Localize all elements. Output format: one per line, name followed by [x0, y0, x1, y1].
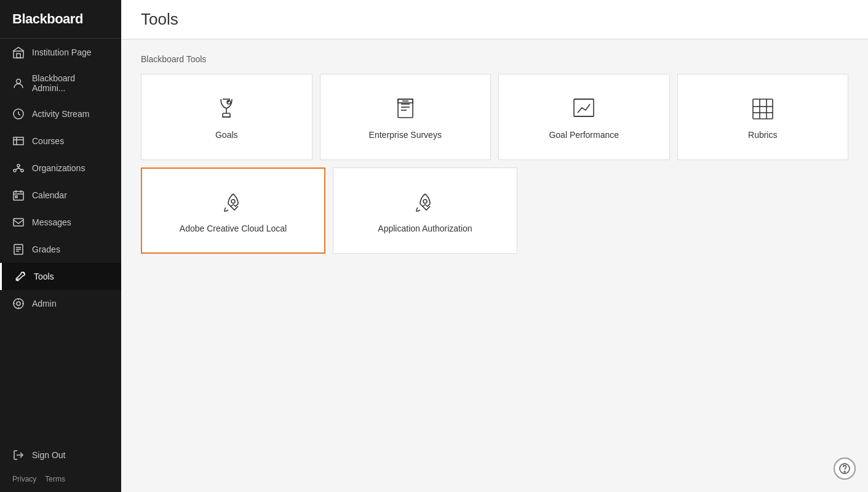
- svg-rect-9: [14, 219, 23, 226]
- rocket-icon: [218, 188, 248, 217]
- svg-point-2: [17, 79, 21, 84]
- tool-label-goal-performance: Goal Performance: [549, 130, 619, 140]
- tool-card-goals[interactable]: Goals: [141, 74, 313, 160]
- tool-card-goal-performance[interactable]: Goal Performance: [498, 74, 670, 160]
- svg-point-11: [14, 299, 23, 309]
- tool-label-adobe-creative-cloud: Adobe Creative Cloud Local: [180, 224, 287, 233]
- tools-row-1: Goals Enterprise Surveys: [141, 74, 848, 160]
- svg-point-5: [14, 169, 16, 172]
- sidebar-item-label-sign-out: Sign Out: [32, 450, 65, 460]
- sidebar-item-label-grades: Grades: [32, 244, 60, 254]
- sidebar-bottom: Sign Out Privacy Terms: [0, 442, 121, 492]
- sidebar-item-label-institution-page: Institution Page: [32, 47, 92, 57]
- sidebar-item-label-admin: Admin: [32, 299, 57, 309]
- messages-icon: [12, 216, 25, 228]
- admin-icon: [12, 77, 25, 89]
- svg-rect-15: [398, 99, 413, 118]
- brand-logo[interactable]: Blackboard: [0, 0, 121, 39]
- privacy-link[interactable]: Privacy: [12, 475, 36, 483]
- terms-link[interactable]: Terms: [45, 475, 65, 483]
- sidebar-item-tools[interactable]: Tools: [0, 263, 121, 290]
- sidebar: Blackboard Institution Page Blackboard A…: [0, 0, 121, 492]
- sidebar-item-messages[interactable]: Messages: [0, 209, 121, 236]
- sidebar-item-admin[interactable]: Admin: [0, 290, 121, 317]
- sidebar-item-courses[interactable]: Courses: [0, 127, 121, 155]
- svg-rect-18: [753, 99, 773, 119]
- chart-icon: [569, 94, 599, 124]
- sidebar-item-label-blackboard-admin: Blackboard Admini...: [32, 73, 109, 93]
- sidebar-item-blackboard-admin[interactable]: Blackboard Admini...: [0, 66, 121, 100]
- svg-rect-1: [17, 54, 20, 58]
- organizations-icon: [12, 162, 25, 174]
- svg-point-4: [17, 164, 20, 167]
- content-area: Blackboard Tools Goals: [121, 39, 868, 276]
- svg-rect-0: [14, 51, 23, 58]
- svg-rect-17: [574, 99, 594, 116]
- tool-card-rubrics[interactable]: Rubrics: [677, 74, 849, 160]
- tool-label-goals: Goals: [215, 130, 238, 140]
- tools-icon: [14, 270, 26, 283]
- tool-label-rubrics: Rubrics: [748, 130, 777, 140]
- rocket2-icon: [410, 188, 440, 217]
- sidebar-item-calendar[interactable]: Calendar: [0, 182, 121, 209]
- activity-icon: [12, 108, 25, 120]
- calendar-icon: [12, 189, 25, 201]
- tool-card-application-authorization[interactable]: Application Authorization: [333, 167, 517, 254]
- svg-rect-8: [15, 196, 17, 198]
- trophy-icon: [212, 94, 241, 124]
- sidebar-item-sign-out[interactable]: Sign Out: [0, 442, 121, 469]
- sidebar-item-label-organizations: Organizations: [32, 163, 85, 173]
- sidebar-item-organizations[interactable]: Organizations: [0, 155, 121, 182]
- institution-icon: [12, 46, 25, 58]
- svg-point-12: [17, 302, 20, 305]
- svg-rect-13: [223, 113, 230, 117]
- brand-name: Blackboard: [12, 11, 83, 26]
- tool-card-enterprise-surveys[interactable]: Enterprise Surveys: [320, 74, 492, 160]
- top-bar: Tools: [121, 0, 868, 39]
- rubrics-icon: [748, 94, 778, 124]
- svg-point-19: [231, 200, 235, 203]
- svg-point-20: [423, 200, 427, 203]
- sidebar-item-label-activity-stream: Activity Stream: [32, 109, 89, 119]
- tools-row-2: Adobe Creative Cloud Local Application A…: [141, 167, 848, 254]
- svg-point-22: [844, 471, 845, 472]
- sidebar-item-grades[interactable]: Grades: [0, 236, 121, 263]
- sidebar-item-label-courses: Courses: [32, 136, 64, 146]
- survey-icon: [391, 94, 420, 124]
- svg-point-6: [21, 169, 23, 172]
- sidebar-item-institution-page[interactable]: Institution Page: [0, 39, 121, 66]
- tool-card-adobe-creative-cloud[interactable]: Adobe Creative Cloud Local: [141, 167, 325, 254]
- sidebar-item-activity-stream[interactable]: Activity Stream: [0, 100, 121, 127]
- sidebar-item-label-tools: Tools: [34, 272, 54, 281]
- sidebar-footer: Privacy Terms: [0, 469, 121, 486]
- section-title: Blackboard Tools: [141, 54, 848, 64]
- page-title: Tools: [141, 10, 848, 29]
- main-content: Tools Blackboard Tools G: [121, 0, 868, 492]
- admin2-icon: [12, 297, 25, 310]
- help-button[interactable]: [834, 458, 856, 480]
- signout-icon: [12, 449, 25, 461]
- grades-icon: [12, 243, 25, 256]
- tool-label-application-authorization: Application Authorization: [378, 224, 472, 233]
- tool-label-enterprise-surveys: Enterprise Surveys: [369, 130, 442, 140]
- sidebar-item-label-messages: Messages: [32, 217, 71, 227]
- sidebar-item-label-calendar: Calendar: [32, 190, 67, 200]
- courses-icon: [12, 135, 25, 147]
